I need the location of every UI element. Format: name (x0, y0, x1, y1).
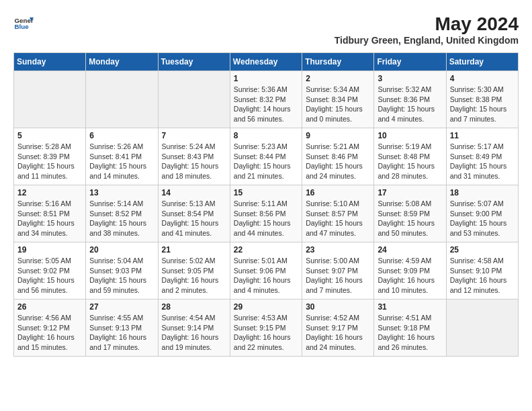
calendar-cell: 11Sunrise: 5:17 AM Sunset: 8:49 PM Dayli… (446, 128, 518, 185)
main-title: May 2024 (335, 13, 519, 35)
day-info: Sunrise: 5:23 AM Sunset: 8:44 PM Dayligh… (234, 142, 298, 181)
calendar-cell: 31Sunrise: 4:51 AM Sunset: 9:18 PM Dayli… (374, 300, 446, 357)
calendar-cell: 25Sunrise: 4:58 AM Sunset: 9:10 PM Dayli… (446, 242, 518, 300)
column-header-tuesday: Tuesday (158, 53, 230, 71)
week-row-1: 1Sunrise: 5:36 AM Sunset: 8:32 PM Daylig… (14, 71, 519, 128)
day-number: 28 (162, 302, 226, 312)
day-info: Sunrise: 5:19 AM Sunset: 8:48 PM Dayligh… (378, 142, 442, 181)
calendar-cell: 2Sunrise: 5:34 AM Sunset: 8:34 PM Daylig… (302, 71, 374, 128)
subtitle: Tidbury Green, England, United Kingdom (335, 35, 519, 46)
day-number: 19 (17, 245, 82, 255)
day-number: 26 (17, 302, 82, 312)
day-number: 31 (378, 302, 442, 312)
day-number: 20 (89, 245, 154, 255)
day-info: Sunrise: 5:00 AM Sunset: 9:07 PM Dayligh… (306, 256, 370, 295)
column-header-friday: Friday (374, 53, 446, 71)
day-number: 13 (89, 188, 154, 197)
day-info: Sunrise: 4:55 AM Sunset: 9:13 PM Dayligh… (89, 313, 154, 353)
day-info: Sunrise: 5:10 AM Sunset: 8:57 PM Dayligh… (306, 199, 370, 238)
calendar-cell: 12Sunrise: 5:16 AM Sunset: 8:51 PM Dayli… (14, 185, 86, 242)
day-info: Sunrise: 4:54 AM Sunset: 9:14 PM Dayligh… (162, 313, 226, 353)
day-info: Sunrise: 5:16 AM Sunset: 8:51 PM Dayligh… (17, 199, 82, 238)
header-row: SundayMondayTuesdayWednesdayThursdayFrid… (14, 53, 519, 71)
calendar-cell: 21Sunrise: 5:02 AM Sunset: 9:05 PM Dayli… (158, 242, 230, 300)
column-header-sunday: Sunday (14, 53, 86, 71)
day-info: Sunrise: 4:58 AM Sunset: 9:10 PM Dayligh… (450, 256, 515, 295)
day-number: 22 (234, 245, 298, 255)
calendar-cell: 17Sunrise: 5:08 AM Sunset: 8:59 PM Dayli… (374, 185, 446, 242)
week-row-5: 26Sunrise: 4:56 AM Sunset: 9:12 PM Dayli… (14, 300, 519, 357)
calendar-cell: 22Sunrise: 5:01 AM Sunset: 9:06 PM Dayli… (230, 242, 302, 300)
calendar-cell: 5Sunrise: 5:28 AM Sunset: 8:39 PM Daylig… (14, 128, 86, 185)
day-info: Sunrise: 4:53 AM Sunset: 9:15 PM Dayligh… (234, 313, 298, 353)
day-number: 15 (234, 188, 298, 197)
day-info: Sunrise: 5:21 AM Sunset: 8:46 PM Dayligh… (306, 142, 370, 181)
day-number: 17 (378, 188, 442, 197)
day-number: 12 (17, 188, 82, 197)
calendar-cell: 15Sunrise: 5:11 AM Sunset: 8:56 PM Dayli… (230, 185, 302, 242)
calendar-cell: 13Sunrise: 5:14 AM Sunset: 8:52 PM Dayli… (86, 185, 158, 242)
calendar-cell: 18Sunrise: 5:07 AM Sunset: 9:00 PM Dayli… (446, 185, 518, 242)
day-number: 7 (162, 131, 226, 140)
logo-icon: General Blue (13, 13, 34, 34)
day-info: Sunrise: 5:04 AM Sunset: 9:03 PM Dayligh… (89, 256, 154, 295)
calendar-cell: 20Sunrise: 5:04 AM Sunset: 9:03 PM Dayli… (86, 242, 158, 300)
day-info: Sunrise: 5:05 AM Sunset: 9:02 PM Dayligh… (17, 256, 82, 295)
week-row-3: 12Sunrise: 5:16 AM Sunset: 8:51 PM Dayli… (14, 185, 519, 242)
calendar-table: SundayMondayTuesdayWednesdayThursdayFrid… (13, 52, 519, 357)
day-number: 2 (306, 74, 370, 83)
day-info: Sunrise: 4:52 AM Sunset: 9:17 PM Dayligh… (306, 313, 370, 353)
day-info: Sunrise: 5:30 AM Sunset: 8:38 PM Dayligh… (450, 85, 515, 124)
calendar-cell: 19Sunrise: 5:05 AM Sunset: 9:02 PM Dayli… (14, 242, 86, 300)
calendar-cell (86, 71, 158, 128)
calendar-cell: 28Sunrise: 4:54 AM Sunset: 9:14 PM Dayli… (158, 300, 230, 357)
day-info: Sunrise: 5:32 AM Sunset: 8:36 PM Dayligh… (378, 85, 442, 124)
day-info: Sunrise: 5:28 AM Sunset: 8:39 PM Dayligh… (17, 142, 82, 181)
day-number: 23 (306, 245, 370, 255)
page-header: General Blue May 2024 Tidbury Green, Eng… (13, 13, 519, 46)
day-number: 8 (234, 131, 298, 140)
day-number: 3 (378, 74, 442, 83)
day-info: Sunrise: 5:36 AM Sunset: 8:32 PM Dayligh… (234, 85, 298, 124)
calendar-cell: 26Sunrise: 4:56 AM Sunset: 9:12 PM Dayli… (14, 300, 86, 357)
title-block: May 2024 Tidbury Green, England, United … (335, 13, 519, 46)
calendar-cell: 29Sunrise: 4:53 AM Sunset: 9:15 PM Dayli… (230, 300, 302, 357)
day-number: 5 (17, 131, 82, 140)
calendar-cell: 16Sunrise: 5:10 AM Sunset: 8:57 PM Dayli… (302, 185, 374, 242)
calendar-cell: 24Sunrise: 4:59 AM Sunset: 9:09 PM Dayli… (374, 242, 446, 300)
calendar-cell: 30Sunrise: 4:52 AM Sunset: 9:17 PM Dayli… (302, 300, 374, 357)
day-info: Sunrise: 4:56 AM Sunset: 9:12 PM Dayligh… (17, 313, 82, 353)
week-row-4: 19Sunrise: 5:05 AM Sunset: 9:02 PM Dayli… (14, 242, 519, 300)
calendar-cell: 23Sunrise: 5:00 AM Sunset: 9:07 PM Dayli… (302, 242, 374, 300)
day-number: 6 (89, 131, 154, 140)
column-header-saturday: Saturday (446, 53, 518, 71)
svg-text:Blue: Blue (15, 23, 30, 30)
day-number: 18 (450, 188, 515, 197)
day-info: Sunrise: 4:59 AM Sunset: 9:09 PM Dayligh… (378, 256, 442, 295)
day-info: Sunrise: 5:14 AM Sunset: 8:52 PM Dayligh… (89, 199, 154, 238)
logo: General Blue (13, 13, 34, 34)
day-number: 30 (306, 302, 370, 312)
day-info: Sunrise: 5:07 AM Sunset: 9:00 PM Dayligh… (450, 199, 515, 238)
day-info: Sunrise: 5:08 AM Sunset: 8:59 PM Dayligh… (378, 199, 442, 238)
day-info: Sunrise: 5:13 AM Sunset: 8:54 PM Dayligh… (162, 199, 226, 238)
calendar-cell: 4Sunrise: 5:30 AM Sunset: 8:38 PM Daylig… (446, 71, 518, 128)
day-info: Sunrise: 5:02 AM Sunset: 9:05 PM Dayligh… (162, 256, 226, 295)
day-info: Sunrise: 5:26 AM Sunset: 8:41 PM Dayligh… (89, 142, 154, 181)
day-info: Sunrise: 5:34 AM Sunset: 8:34 PM Dayligh… (306, 85, 370, 124)
day-number: 27 (89, 302, 154, 312)
column-header-wednesday: Wednesday (230, 53, 302, 71)
day-number: 10 (378, 131, 442, 140)
calendar-cell: 27Sunrise: 4:55 AM Sunset: 9:13 PM Dayli… (86, 300, 158, 357)
calendar-cell: 14Sunrise: 5:13 AM Sunset: 8:54 PM Dayli… (158, 185, 230, 242)
day-number: 9 (306, 131, 370, 140)
calendar-cell (158, 71, 230, 128)
calendar-cell: 1Sunrise: 5:36 AM Sunset: 8:32 PM Daylig… (230, 71, 302, 128)
day-number: 16 (306, 188, 370, 197)
day-number: 24 (378, 245, 442, 255)
day-number: 21 (162, 245, 226, 255)
day-info: Sunrise: 5:01 AM Sunset: 9:06 PM Dayligh… (234, 256, 298, 295)
calendar-cell: 8Sunrise: 5:23 AM Sunset: 8:44 PM Daylig… (230, 128, 302, 185)
day-info: Sunrise: 5:24 AM Sunset: 8:43 PM Dayligh… (162, 142, 226, 181)
day-number: 11 (450, 131, 515, 140)
